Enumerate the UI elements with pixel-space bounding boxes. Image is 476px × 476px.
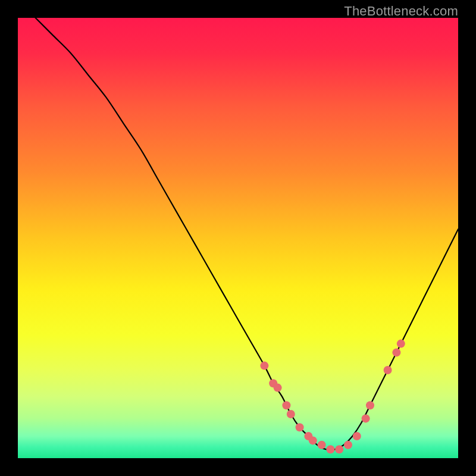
highlight-point bbox=[392, 348, 400, 356]
highlight-point bbox=[326, 445, 334, 453]
highlight-point bbox=[296, 423, 304, 431]
curve-layer bbox=[18, 18, 458, 458]
plot-area bbox=[18, 18, 458, 458]
highlight-point bbox=[397, 340, 405, 348]
bottleneck-curve bbox=[36, 18, 458, 450]
highlight-point bbox=[287, 410, 295, 418]
highlight-point bbox=[344, 441, 352, 449]
chart-frame: TheBottleneck.com bbox=[0, 0, 476, 476]
highlight-point bbox=[335, 445, 343, 453]
highlight-point bbox=[353, 432, 361, 440]
highlight-point bbox=[274, 384, 282, 392]
highlight-point bbox=[366, 401, 374, 409]
highlight-point bbox=[362, 414, 370, 422]
highlight-point bbox=[384, 366, 392, 374]
highlight-point bbox=[282, 401, 290, 409]
watermark-text: TheBottleneck.com bbox=[344, 4, 458, 19]
highlight-point bbox=[318, 441, 326, 449]
highlight-point bbox=[309, 436, 317, 444]
highlight-point bbox=[260, 362, 268, 370]
